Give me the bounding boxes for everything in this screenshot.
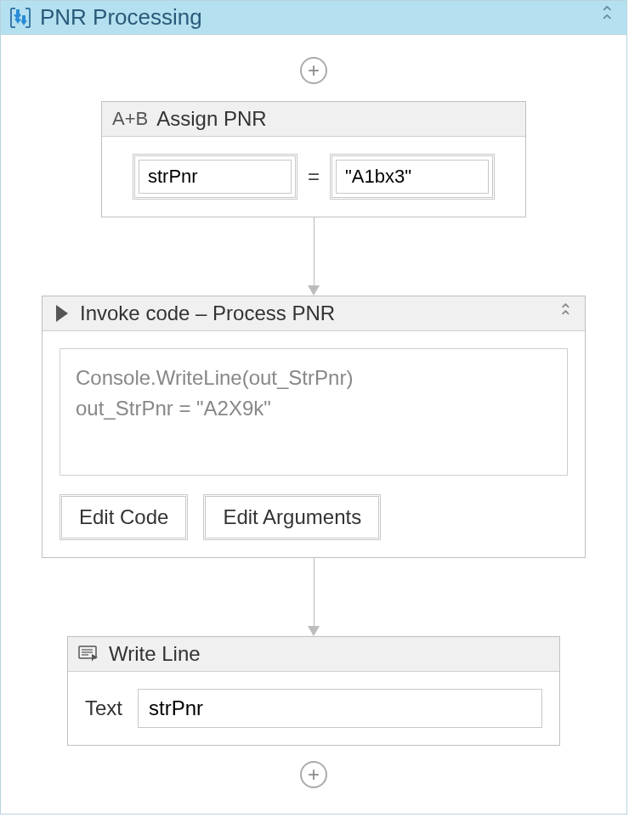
write-line-activity[interactable]: Write Line Text strPnr xyxy=(67,636,560,746)
writeline-text-input[interactable]: strPnr xyxy=(138,689,542,728)
sequence-title: PNR Processing xyxy=(40,4,596,31)
assign-header[interactable]: A+B Assign PNR xyxy=(102,102,525,137)
assign-to-input[interactable]: strPnr xyxy=(139,160,292,194)
svg-marker-10 xyxy=(92,654,98,662)
sequence-container: PNR Processing ⌃⌃ + A+B Assign PNR strPn… xyxy=(0,0,627,815)
text-label: Text xyxy=(85,696,122,720)
writeline-header[interactable]: Write Line xyxy=(68,637,559,672)
writeline-title: Write Line xyxy=(109,642,549,666)
connector-2 xyxy=(308,558,320,636)
sequence-body: + A+B Assign PNR strPnr = "A1bx3" xyxy=(1,35,626,814)
invoke-title: Invoke code – Process PNR xyxy=(80,302,556,325)
edit-arguments-button[interactable]: Edit Arguments xyxy=(203,494,381,540)
assign-to-wrapper: strPnr xyxy=(133,154,298,200)
code-preview[interactable]: Console.WriteLine(out_StrPnr) out_StrPnr… xyxy=(60,348,568,476)
invoke-code-activity[interactable]: Invoke code – Process PNR ⌃⌃ Console.Wri… xyxy=(42,296,586,558)
svg-marker-5 xyxy=(20,20,27,25)
code-line: out_StrPnr = "A2X9k" xyxy=(76,393,552,424)
assign-icon: A+B xyxy=(112,108,148,130)
expand-caret-icon[interactable] xyxy=(56,305,68,322)
write-line-icon xyxy=(78,646,99,662)
assign-title: Assign PNR xyxy=(156,107,515,131)
add-activity-bottom-button[interactable]: + xyxy=(300,761,327,788)
equals-label: = xyxy=(308,165,320,189)
svg-rect-2 xyxy=(16,9,20,14)
assign-value-wrapper: "A1bx3" xyxy=(330,154,495,200)
connector-1 xyxy=(308,217,320,296)
edit-code-button[interactable]: Edit Code xyxy=(60,494,188,540)
sequence-icon xyxy=(8,6,33,30)
invoke-header[interactable]: Invoke code – Process PNR ⌃⌃ xyxy=(42,296,585,331)
code-line: Console.WriteLine(out_StrPnr) xyxy=(76,363,552,393)
assign-value-input[interactable]: "A1bx3" xyxy=(336,160,489,194)
sequence-header[interactable]: PNR Processing ⌃⌃ xyxy=(1,1,626,35)
collapse-invoke-button[interactable]: ⌃⌃ xyxy=(556,305,575,322)
svg-rect-4 xyxy=(22,15,26,20)
collapse-sequence-button[interactable]: ⌃⌃ xyxy=(596,8,618,26)
add-activity-top-button[interactable]: + xyxy=(300,57,327,84)
assign-activity[interactable]: A+B Assign PNR strPnr = "A1bx3" xyxy=(101,101,526,217)
